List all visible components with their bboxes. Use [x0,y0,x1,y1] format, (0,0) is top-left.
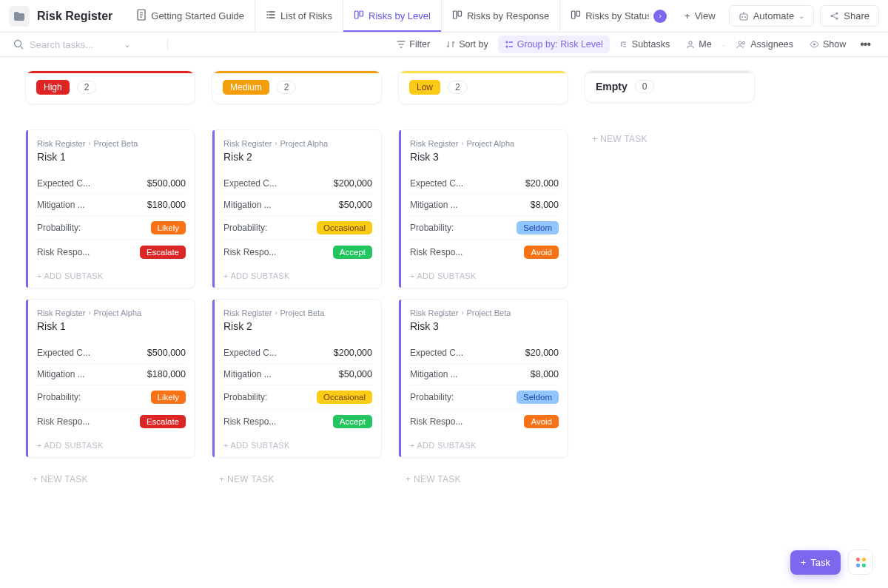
breadcrumb[interactable]: Risk Register›Project Beta [410,308,559,317]
card-title: Risk 3 [410,151,559,163]
chevron-down-icon[interactable]: ⌄ [124,41,130,49]
svg-point-19 [739,41,741,44]
status-pill: High [36,80,70,95]
new-task-button[interactable]: + NEW TASK [212,468,382,490]
group-by-button[interactable]: Group by: Risk Level [498,36,610,53]
search-wrap: ⌄ [13,39,161,50]
filter-label: Filter [409,39,430,50]
response-tag[interactable]: Avoid [524,415,559,428]
view-tab-risks-by-response[interactable]: Risks by Response [441,0,559,32]
column-header[interactable]: High2 [25,70,195,104]
eye-icon [810,40,819,49]
field-response: Risk Respo...Avoid [410,410,559,433]
view-tab-list-of-risks[interactable]: List of Risks [255,0,343,32]
add-view-button[interactable]: + View [677,6,723,26]
views-list: Getting Started GuideList of RisksRisks … [126,0,649,32]
top-right-actions: + View Automate ⌄ Share [677,5,879,27]
top-bar: Risk Register Getting Started GuideList … [0,0,888,33]
response-tag[interactable]: Accept [333,246,372,259]
assignees-label: Assignees [750,39,793,50]
probability-tag[interactable]: Likely [151,391,186,404]
svg-rect-2 [360,11,363,16]
response-tag[interactable]: Escalate [140,246,186,259]
column-header[interactable]: Empty0 [585,70,755,103]
view-tab-label: Getting Started Guide [151,10,244,21]
assignees-button[interactable]: Assignees [730,36,800,53]
view-tab-risks-by-status[interactable]: Risks by Status [559,0,649,32]
probability-tag[interactable]: Likely [151,221,186,234]
response-tag[interactable]: Avoid [524,246,559,259]
status-label: Empty [596,81,628,92]
add-subtask-button[interactable]: + ADD SUBTASK [215,433,381,457]
group-by-label: Group by: Risk Level [517,39,603,50]
field-expected-cost: Expected C...$500,000 [37,342,186,364]
column-header[interactable]: Medium2 [212,70,382,104]
add-subtask-button[interactable]: + ADD SUBTASK [401,433,568,457]
task-card[interactable]: Risk Register›Project AlphaRisk 2Expecte… [212,129,382,288]
new-task-button[interactable]: + NEW TASK [25,468,195,490]
probability-tag[interactable]: Occasional [317,221,372,234]
show-label: Show [823,39,846,50]
automate-button[interactable]: Automate ⌄ [729,5,815,27]
add-subtask-button[interactable]: + ADD SUBTASK [401,264,568,288]
apps-button[interactable] [848,550,873,575]
task-card[interactable]: Risk Register›Project AlphaRisk 3Expecte… [398,129,568,288]
task-card[interactable]: Risk Register›Project BetaRisk 3Expected… [398,299,568,458]
separator: · [723,39,726,50]
view-tab-risks-by-level[interactable]: Risks by Level [343,0,441,32]
sort-icon [446,40,455,49]
share-button[interactable]: Share [820,5,879,27]
task-card[interactable]: Risk Register›Project BetaRisk 2Expected… [212,299,382,458]
page-title[interactable]: Risk Register [37,10,112,23]
doc-icon [136,9,147,23]
column-empty: Empty0+ NEW TASK [585,70,755,575]
search-input[interactable] [30,39,118,50]
new-task-fab[interactable]: + Task [790,550,841,575]
folder-icon[interactable] [9,6,30,27]
subtasks-button[interactable]: Subtasks [613,36,676,53]
breadcrumb[interactable]: Risk Register›Project Alpha [37,308,186,317]
me-button[interactable]: Me [679,36,718,53]
show-button[interactable]: Show [803,36,852,53]
views-scroll-right[interactable]: › [653,10,667,23]
column-header[interactable]: Low2 [398,70,568,104]
field-mitigation: Mitigation ...$50,000 [223,364,372,385]
probability-tag[interactable]: Seldom [517,391,559,404]
filter-button[interactable]: Filter [390,36,437,53]
field-response: Risk Respo...Escalate [37,410,186,433]
add-subtask-button[interactable]: + ADD SUBTASK [215,264,381,288]
probability-tag[interactable]: Occasional [317,391,372,404]
svg-rect-9 [740,14,747,20]
card-title: Risk 3 [410,320,559,332]
new-task-button[interactable]: + NEW TASK [585,128,755,150]
add-subtask-button[interactable]: + ADD SUBTASK [28,433,195,457]
view-tab-getting-started-guide[interactable]: Getting Started Guide [126,0,255,32]
field-mitigation: Mitigation ...$8,000 [410,195,559,216]
sort-button[interactable]: Sort by [440,36,495,53]
new-task-button[interactable]: + NEW TASK [398,468,568,490]
field-expected-cost: Expected C...$20,000 [410,342,559,364]
status-pill: Medium [223,80,269,95]
response-tag[interactable]: Accept [333,415,372,428]
task-card[interactable]: Risk Register›Project BetaRisk 1Expected… [25,129,195,288]
add-subtask-button[interactable]: + ADD SUBTASK [28,264,195,288]
view-tab-label: Risks by Status [585,10,649,21]
divider [167,38,168,51]
plus-icon: + [801,557,807,568]
fab-wrap: + Task [790,550,873,575]
breadcrumb[interactable]: Risk Register›Project Beta [37,139,186,148]
probability-tag[interactable]: Seldom [517,221,559,234]
field-response: Risk Respo...Accept [223,410,372,433]
svg-rect-6 [576,11,580,16]
plus-icon: + [684,10,690,21]
breadcrumb[interactable]: Risk Register›Project Beta [223,308,372,317]
search-icon [13,39,24,50]
more-menu[interactable]: ••• [855,35,875,54]
breadcrumb[interactable]: Risk Register›Project Alpha [223,139,372,148]
subtasks-icon [619,40,628,49]
svg-point-11 [744,16,746,18]
field-mitigation: Mitigation ...$180,000 [37,195,186,216]
response-tag[interactable]: Escalate [140,415,186,428]
breadcrumb[interactable]: Risk Register›Project Alpha [410,139,559,148]
task-card[interactable]: Risk Register›Project AlphaRisk 1Expecte… [25,299,195,458]
